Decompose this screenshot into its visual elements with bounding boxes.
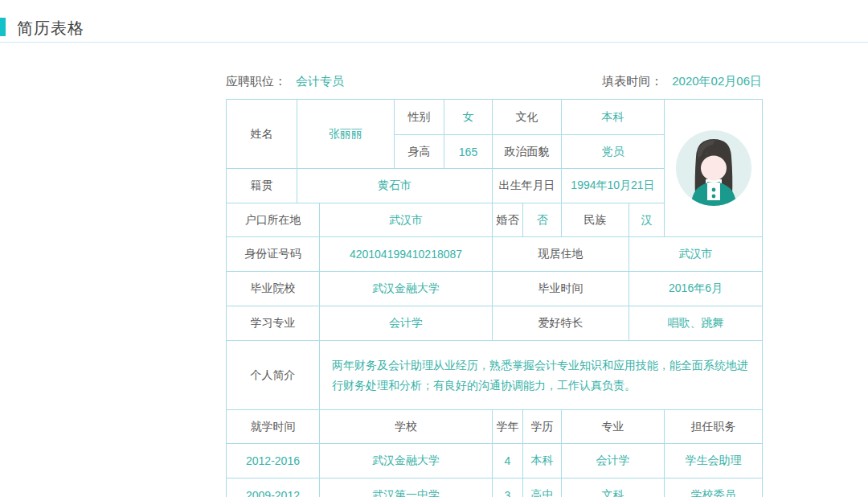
ethnic-label-cell: 民族 bbox=[562, 203, 629, 237]
native-label-cell: 籍贯 bbox=[227, 169, 297, 203]
edu-degree-cell: 高中 bbox=[523, 479, 562, 497]
college-value-cell: 武汉金融大学 bbox=[320, 272, 493, 306]
edu-time-cell: 2009-2012 bbox=[227, 479, 320, 497]
height-value-cell: 165 bbox=[444, 135, 493, 169]
grad-label-cell: 毕业时间 bbox=[493, 272, 629, 306]
edu-years-cell: 4 bbox=[493, 444, 523, 479]
applied-position-value: 会计专员 bbox=[296, 74, 344, 89]
id-value-cell: 420104199410218087 bbox=[320, 237, 493, 272]
edu-header-years: 学年 bbox=[493, 410, 523, 444]
header-divider bbox=[0, 42, 868, 43]
edu-role-cell: 学生会助理 bbox=[665, 444, 763, 479]
education-header-row: 就学时间 学校 学年 学历 专业 担任职务 bbox=[227, 410, 763, 444]
table-row: 毕业院校 武汉金融大学 毕业时间 2016年6月 bbox=[227, 272, 763, 306]
culture-label-cell: 文化 bbox=[493, 100, 562, 135]
table-row: 学习专业 会计学 爱好特长 唱歌、跳舞 bbox=[227, 306, 763, 341]
resume-form: 应聘职位： 会计专员 填表时间： 2020年02月06日 姓名 张丽丽 性别 女… bbox=[226, 72, 762, 497]
married-value-cell: 否 bbox=[523, 203, 562, 237]
fill-date-value: 2020年02月06日 bbox=[672, 74, 762, 89]
fill-date: 填表时间： 2020年02月06日 bbox=[602, 74, 762, 89]
edu-school-cell: 武汉金融大学 bbox=[320, 444, 493, 479]
intro-value-cell: 两年财务及会计助理从业经历，熟悉掌握会计专业知识和应用技能，能全面系统地进行财务… bbox=[320, 341, 763, 410]
edu-header-degree: 学历 bbox=[523, 410, 562, 444]
fill-date-label: 填表时间： bbox=[602, 74, 662, 89]
intro-label-cell: 个人简介 bbox=[227, 341, 320, 410]
hobby-value-cell: 唱歌、跳舞 bbox=[629, 306, 763, 341]
female-avatar-icon bbox=[675, 129, 752, 207]
major-value-cell: 会计学 bbox=[320, 306, 493, 341]
resume-table: 姓名 张丽丽 性别 女 文化 本科 bbox=[226, 99, 763, 497]
height-label-cell: 身高 bbox=[395, 135, 444, 169]
edu-major-cell: 会计学 bbox=[562, 444, 665, 479]
grad-value-cell: 2016年6月 bbox=[629, 272, 763, 306]
major-label-cell: 学习专业 bbox=[227, 306, 320, 341]
married-label-cell: 婚否 bbox=[493, 203, 523, 237]
edu-time-cell: 2012-2016 bbox=[227, 444, 320, 479]
political-label-cell: 政治面貌 bbox=[493, 135, 562, 169]
birth-label-cell: 出生年月日 bbox=[493, 169, 562, 203]
table-row: 个人简介 两年财务及会计助理从业经历，熟悉掌握会计专业知识和应用技能，能全面系统… bbox=[227, 341, 763, 410]
edu-major-cell: 文科 bbox=[562, 479, 665, 497]
photo-cell bbox=[665, 100, 763, 237]
edu-header-school: 学校 bbox=[320, 410, 493, 444]
gender-value-cell: 女 bbox=[444, 100, 493, 135]
hukou-label-cell: 户口所在地 bbox=[227, 203, 320, 237]
id-label-cell: 身份证号码 bbox=[227, 237, 320, 272]
culture-value-cell: 本科 bbox=[562, 100, 665, 135]
name-label-cell: 姓名 bbox=[227, 100, 297, 169]
gender-label-cell: 性别 bbox=[395, 100, 444, 135]
edu-degree-cell: 本科 bbox=[523, 444, 562, 479]
edu-years-cell: 3 bbox=[493, 479, 523, 497]
hukou-value-cell: 武汉市 bbox=[320, 203, 493, 237]
applied-position: 应聘职位： 会计专员 bbox=[226, 74, 344, 89]
name-value-cell: 张丽丽 bbox=[297, 100, 395, 169]
residence-value-cell: 武汉市 bbox=[629, 237, 763, 272]
education-row: 2012-2016 武汉金融大学 4 本科 会计学 学生会助理 bbox=[227, 444, 763, 479]
hobby-label-cell: 爱好特长 bbox=[493, 306, 629, 341]
residence-label-cell: 现居住地 bbox=[493, 237, 629, 272]
resume-meta-row: 应聘职位： 会计专员 填表时间： 2020年02月06日 bbox=[226, 72, 762, 90]
birth-value-cell: 1994年10月21日 bbox=[562, 169, 665, 203]
page-header: 简历表格 bbox=[0, 0, 868, 43]
native-value-cell: 黄石市 bbox=[297, 169, 493, 203]
political-value-cell: 党员 bbox=[562, 135, 665, 169]
edu-header-major: 专业 bbox=[562, 410, 665, 444]
edu-role-cell: 学校委员 bbox=[665, 479, 763, 497]
title-accent-bar bbox=[0, 18, 6, 36]
applied-position-label: 应聘职位： bbox=[226, 74, 286, 89]
college-label-cell: 毕业院校 bbox=[227, 272, 320, 306]
table-row: 身份证号码 420104199410218087 现居住地 武汉市 bbox=[227, 237, 763, 272]
table-row: 姓名 张丽丽 性别 女 文化 本科 bbox=[227, 100, 763, 135]
edu-school-cell: 武汉第一中学 bbox=[320, 479, 493, 497]
avatar bbox=[666, 129, 760, 207]
edu-header-time: 就学时间 bbox=[227, 410, 320, 444]
ethnic-value-cell: 汉 bbox=[629, 203, 665, 237]
edu-header-role: 担任职务 bbox=[665, 410, 763, 444]
page-title: 简历表格 bbox=[17, 18, 84, 39]
education-row: 2009-2012 武汉第一中学 3 高中 文科 学校委员 bbox=[227, 479, 763, 497]
